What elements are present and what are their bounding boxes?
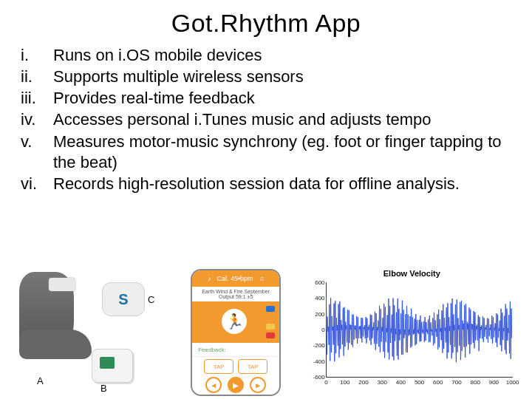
phone-header: ♪ Cal. 45•bpm ♫ xyxy=(192,270,279,287)
ytick: 600 xyxy=(315,279,326,286)
phone-tap-row: TAP TAP xyxy=(192,357,279,376)
xtick: 300 xyxy=(377,379,386,386)
phone-frame-icon: ♪ Cal. 45•bpm ♫ Earth Wind & Fire Septem… xyxy=(191,269,281,396)
sensor-c-glyph: S xyxy=(118,291,128,308)
dial-seg xyxy=(266,332,275,338)
tap-button[interactable]: TAP xyxy=(204,359,233,374)
figure-sensors: S A B C xyxy=(13,269,166,395)
sensor-board-b-icon xyxy=(92,349,133,383)
phone-header-text: Cal. 45•bpm xyxy=(216,275,253,282)
list-num: vi. xyxy=(21,174,53,194)
phone-feedback-label: Feedback: xyxy=(198,347,225,353)
figure-row: S A B C ♪ Cal. 45•bpm ♫ Earth Wind & Fir… xyxy=(13,269,519,395)
tempo-dial-icon xyxy=(266,306,275,338)
ytick: 400 xyxy=(315,295,326,301)
xtick: 500 xyxy=(415,379,424,386)
sensor-label-b: B xyxy=(100,383,107,394)
list-text: Supports multiple wireless sensors xyxy=(53,66,511,87)
slide-title: Got.Rhythm App xyxy=(21,9,511,38)
figure-chart: Elbow Velocity 600 400 200 0 -200 -400 -… xyxy=(305,269,519,395)
runner-icon: 🏃 xyxy=(222,309,247,334)
phone-track-line: Earth Wind & Fire September xyxy=(202,289,269,294)
list-text: Accesses personal i.Tunes music and adju… xyxy=(53,109,511,130)
list-num: ii. xyxy=(21,66,53,87)
dial-seg xyxy=(266,324,275,330)
ytick: -200 xyxy=(313,342,327,349)
sensor-label-c: C xyxy=(148,294,154,305)
prev-track-icon[interactable]: ◄ xyxy=(205,377,222,393)
ytick: 200 xyxy=(315,310,326,317)
phone-activity-panel: 🏃 xyxy=(192,301,279,343)
tap-button[interactable]: TAP xyxy=(238,359,267,374)
list-item: ii. Supports multiple wireless sensors xyxy=(21,66,511,87)
waveform-icon xyxy=(326,282,512,377)
xtick: 600 xyxy=(433,379,443,386)
list-text: Provides real-time feedback xyxy=(53,88,511,109)
sensor-pod-c-icon: S xyxy=(102,282,145,316)
list-item: vi. Records high-resolution session data… xyxy=(21,174,511,194)
xtick: 0 xyxy=(324,379,327,386)
xtick: 100 xyxy=(340,379,349,386)
chart-title: Elbow Velocity xyxy=(305,269,519,278)
list-num: iii. xyxy=(21,88,53,109)
list-text: Measures motor-music synchrony (eg. foot… xyxy=(53,132,511,173)
ytick: -400 xyxy=(313,358,327,364)
phone-output-line: Output 59:1 ±5 xyxy=(219,294,253,299)
music-note-icon: ♪ xyxy=(208,275,211,282)
phone-feedback-row: Feedback: xyxy=(192,343,279,357)
list-text: Runs on i.OS mobile devices xyxy=(53,45,511,66)
next-track-icon[interactable]: ► xyxy=(250,377,266,393)
list-text: Records high-resolution session data for… xyxy=(53,174,511,194)
list-item: v. Measures motor-music synchrony (eg. f… xyxy=(21,132,511,173)
list-item: iii. Provides real-time feedback xyxy=(21,88,511,109)
dial-seg xyxy=(266,315,275,321)
slide-root: Got.Rhythm App i. Runs on i.OS mobile de… xyxy=(0,0,532,399)
phone-controls: ◄ ▶ ► xyxy=(192,376,279,394)
phone-subheader: Earth Wind & Fire September Output 59:1 … xyxy=(192,287,279,301)
play-icon[interactable]: ▶ xyxy=(228,377,244,393)
ankle-band-icon xyxy=(49,278,75,291)
feature-list: i. Runs on i.OS mobile devices ii. Suppo… xyxy=(21,45,511,194)
list-num: i. xyxy=(21,45,53,66)
xtick: 200 xyxy=(358,379,368,386)
xtick: 900 xyxy=(489,379,499,386)
list-num: v. xyxy=(21,132,53,173)
xtick: 700 xyxy=(451,379,461,386)
list-item: iv. Accesses personal i.Tunes music and … xyxy=(21,109,511,130)
dial-seg xyxy=(266,306,275,312)
xtick: 800 xyxy=(470,379,480,386)
ankle-sock-icon xyxy=(19,272,74,355)
list-item: i. Runs on i.OS mobile devices xyxy=(21,45,511,66)
music-note-icon: ♫ xyxy=(259,275,265,282)
xtick: 400 xyxy=(396,379,406,386)
list-num: iv. xyxy=(21,109,53,130)
xtick: 1000 xyxy=(506,379,519,386)
sensor-label-a: A xyxy=(37,375,44,386)
figure-phone: ♪ Cal. 45•bpm ♫ Earth Wind & Fire Septem… xyxy=(170,269,300,395)
